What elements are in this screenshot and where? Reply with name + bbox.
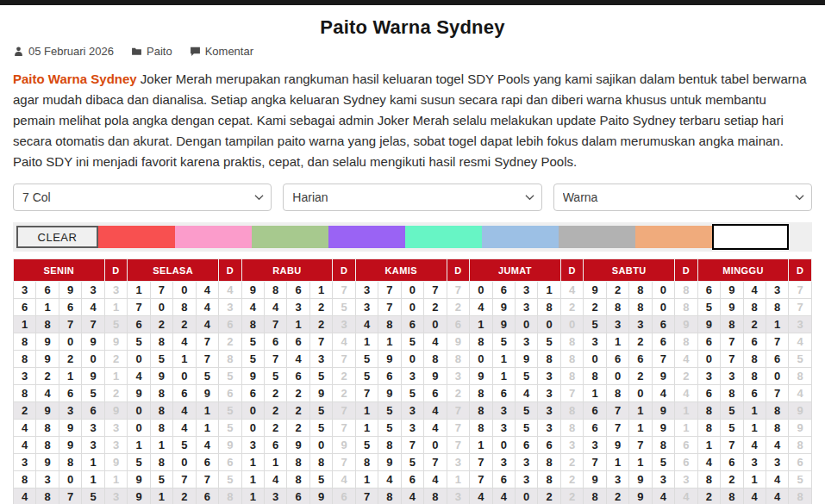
digit-cell[interactable]: 4 bbox=[424, 333, 447, 351]
digit-cell[interactable]: 8 bbox=[355, 454, 378, 471]
digit-cell[interactable]: 0 bbox=[309, 437, 332, 454]
digit-cell[interactable]: 8 bbox=[743, 368, 766, 385]
digit-cell[interactable]: 1 bbox=[59, 368, 81, 385]
digit-cell[interactable]: 3 bbox=[538, 420, 560, 437]
digit-cell[interactable]: 3 bbox=[766, 454, 788, 471]
digit-cell[interactable]: 6 bbox=[492, 282, 515, 299]
digit-cell[interactable]: 1 bbox=[743, 402, 766, 420]
digit-cell[interactable]: 0 bbox=[128, 351, 150, 368]
d-cell[interactable]: 7 bbox=[333, 402, 355, 420]
digit-cell[interactable]: 6 bbox=[766, 351, 788, 368]
digit-cell[interactable]: 7 bbox=[470, 471, 492, 488]
digit-cell[interactable]: 1 bbox=[355, 471, 378, 488]
digit-cell[interactable]: 5 bbox=[721, 402, 743, 420]
digit-cell[interactable]: 4 bbox=[36, 385, 59, 402]
digit-cell[interactable]: 4 bbox=[492, 488, 515, 504]
digit-cell[interactable]: 8 bbox=[36, 488, 59, 504]
d-cell[interactable]: 7 bbox=[333, 454, 355, 471]
digit-cell[interactable]: 8 bbox=[584, 488, 606, 504]
digit-cell[interactable]: 3 bbox=[287, 299, 309, 316]
digit-cell[interactable]: 4 bbox=[196, 299, 218, 316]
digit-cell[interactable]: 2 bbox=[36, 368, 59, 385]
digit-cell[interactable]: 8 bbox=[606, 385, 628, 402]
digit-cell[interactable]: 3 bbox=[538, 385, 560, 402]
d-cell[interactable]: 3 bbox=[675, 471, 697, 488]
d-cell[interactable]: 2 bbox=[104, 385, 127, 402]
digit-cell[interactable]: 8 bbox=[538, 471, 560, 488]
post-comments[interactable]: Komentar bbox=[190, 45, 253, 58]
digit-cell[interactable]: 9 bbox=[36, 402, 59, 420]
digit-cell[interactable]: 3 bbox=[697, 368, 720, 385]
digit-cell[interactable]: 2 bbox=[173, 488, 196, 504]
digit-cell[interactable]: 3 bbox=[36, 471, 59, 488]
digit-cell[interactable]: 6 bbox=[264, 333, 286, 351]
digit-cell[interactable]: 3 bbox=[492, 402, 515, 420]
digit-cell[interactable]: 7 bbox=[264, 351, 286, 368]
digit-cell[interactable]: 9 bbox=[309, 488, 332, 504]
digit-cell[interactable]: 4 bbox=[766, 488, 788, 504]
d-cell[interactable]: 3 bbox=[104, 437, 127, 454]
digit-cell[interactable]: 3 bbox=[515, 299, 537, 316]
d-cell[interactable]: 8 bbox=[789, 488, 812, 504]
digit-cell[interactable]: 3 bbox=[584, 333, 606, 351]
digit-cell[interactable]: 5 bbox=[241, 333, 264, 351]
d-cell[interactable]: 6 bbox=[675, 454, 697, 471]
d-cell[interactable]: 3 bbox=[333, 316, 355, 333]
digit-cell[interactable]: 9 bbox=[697, 316, 720, 333]
d-cell[interactable]: 6 bbox=[447, 316, 469, 333]
digit-cell[interactable]: 0 bbox=[470, 351, 492, 368]
digit-cell[interactable]: 3 bbox=[401, 402, 423, 420]
digit-cell[interactable]: 8 bbox=[470, 402, 492, 420]
digit-cell[interactable]: 0 bbox=[241, 402, 264, 420]
d-cell[interactable]: 3 bbox=[104, 420, 127, 437]
d-cell[interactable]: 5 bbox=[219, 402, 241, 420]
digit-cell[interactable]: 1 bbox=[355, 420, 378, 437]
digit-cell[interactable]: 1 bbox=[355, 333, 378, 351]
d-cell[interactable]: 4 bbox=[675, 488, 697, 504]
digit-cell[interactable]: 4 bbox=[697, 454, 720, 471]
digit-cell[interactable]: 1 bbox=[309, 282, 332, 299]
digit-cell[interactable]: 8 bbox=[309, 454, 332, 471]
digit-cell[interactable]: 4 bbox=[14, 437, 36, 454]
digit-cell[interactable]: 9 bbox=[241, 282, 264, 299]
digit-cell[interactable]: 2 bbox=[584, 299, 606, 316]
digit-cell[interactable]: 5 bbox=[82, 385, 104, 402]
d-cell[interactable]: 8 bbox=[219, 488, 241, 504]
color-swatch-pink[interactable] bbox=[175, 226, 252, 248]
digit-cell[interactable]: 4 bbox=[196, 437, 218, 454]
digit-cell[interactable]: 6 bbox=[584, 420, 606, 437]
d-cell[interactable]: 1 bbox=[104, 471, 127, 488]
digit-cell[interactable]: 2 bbox=[424, 299, 447, 316]
digit-cell[interactable]: 7 bbox=[128, 299, 150, 316]
digit-cell[interactable]: 2 bbox=[264, 420, 286, 437]
d-cell[interactable]: 5 bbox=[219, 471, 241, 488]
digit-cell[interactable]: 4 bbox=[14, 488, 36, 504]
digit-cell[interactable]: 7 bbox=[424, 454, 447, 471]
digit-cell[interactable]: 5 bbox=[309, 420, 332, 437]
digit-cell[interactable]: 3 bbox=[14, 368, 36, 385]
digit-cell[interactable]: 2 bbox=[173, 316, 196, 333]
digit-cell[interactable]: 3 bbox=[515, 282, 537, 299]
digit-cell[interactable]: 4 bbox=[766, 471, 788, 488]
digit-cell[interactable]: 8 bbox=[14, 385, 36, 402]
digit-cell[interactable]: 1 bbox=[492, 368, 515, 385]
digit-cell[interactable]: 1 bbox=[378, 333, 401, 351]
digit-cell[interactable]: 9 bbox=[378, 351, 401, 368]
d-cell[interactable]: 3 bbox=[447, 488, 469, 504]
digit-cell[interactable]: 6 bbox=[196, 488, 218, 504]
digit-cell[interactable]: 5 bbox=[309, 402, 332, 420]
digit-cell[interactable]: 8 bbox=[743, 299, 766, 316]
digit-cell[interactable]: 5 bbox=[538, 333, 560, 351]
digit-cell[interactable]: 8 bbox=[264, 282, 286, 299]
digit-cell[interactable]: 5 bbox=[401, 385, 423, 402]
digit-cell[interactable]: 9 bbox=[378, 385, 401, 402]
digit-cell[interactable]: 4 bbox=[743, 282, 766, 299]
digit-cell[interactable]: 9 bbox=[721, 299, 743, 316]
digit-cell[interactable]: 2 bbox=[309, 299, 332, 316]
digit-cell[interactable]: 5 bbox=[309, 368, 332, 385]
digit-cell[interactable]: 9 bbox=[424, 368, 447, 385]
digit-cell[interactable]: 8 bbox=[59, 454, 81, 471]
digit-cell[interactable]: 0 bbox=[128, 420, 150, 437]
digit-cell[interactable]: 5 bbox=[82, 488, 104, 504]
digit-cell[interactable]: 0 bbox=[424, 437, 447, 454]
